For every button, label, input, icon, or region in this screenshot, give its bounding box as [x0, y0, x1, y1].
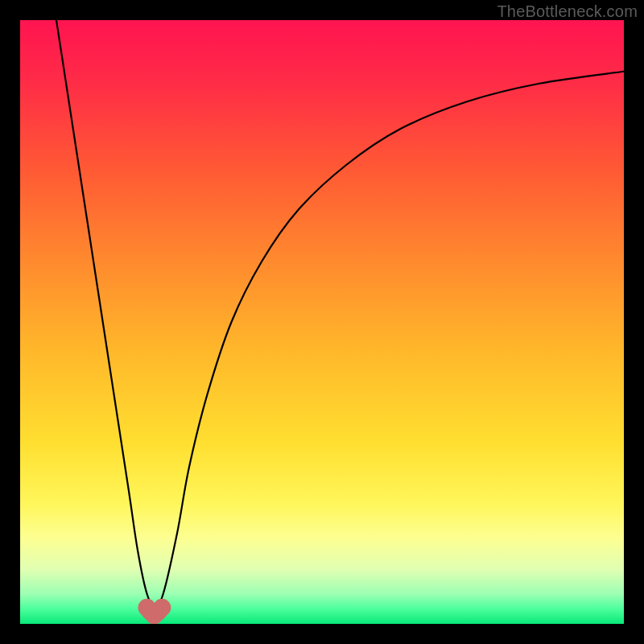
valley-markers [20, 20, 624, 624]
marker-valley-bottom [146, 607, 163, 625]
plot-area [20, 20, 624, 624]
watermark-text: TheBottleneck.com [497, 2, 638, 21]
chart-frame: TheBottleneck.com [0, 0, 644, 644]
